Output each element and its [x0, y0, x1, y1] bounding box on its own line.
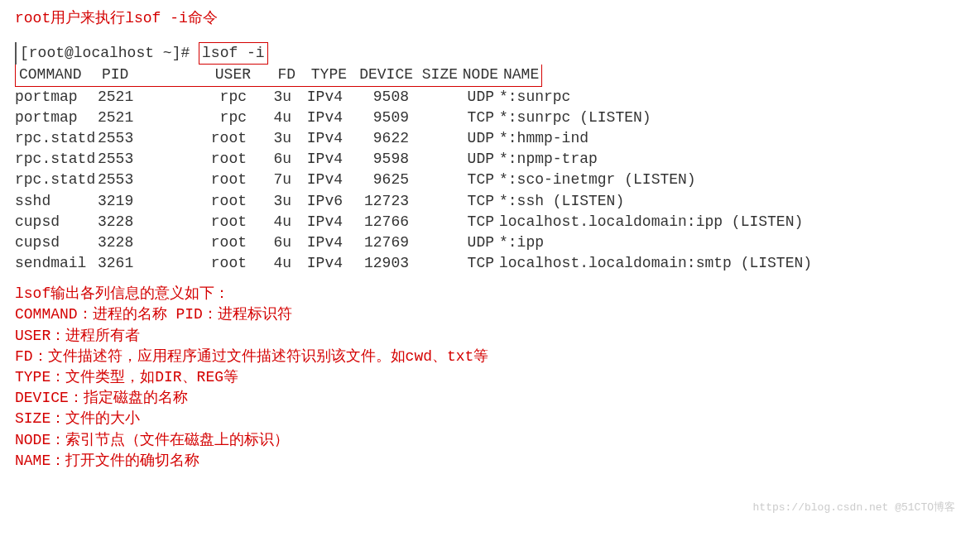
cell: 6u	[255, 232, 296, 253]
cell: localhost.localdomain:ipp (LISTEN)	[499, 212, 965, 232]
cell: 9625	[346, 170, 412, 190]
cell: IPv4	[296, 108, 346, 128]
lsof-header: COMMAND PID USER FD TYPE DEVICE SIZE NOD…	[15, 65, 965, 86]
cell: root	[143, 128, 255, 149]
cell	[412, 232, 454, 253]
cell: root	[143, 212, 255, 232]
explain-line: NAME：打开文件的确切名称	[15, 451, 965, 472]
explain-line: COMMAND：进程的名称 PID：进程标识符	[15, 304, 965, 325]
cell: UDP	[454, 128, 499, 149]
explain-line: lsof输出各列信息的意义如下：	[15, 284, 965, 304]
cell: 4u	[255, 253, 296, 274]
cell: 2521	[98, 87, 143, 108]
cell: 9509	[346, 108, 412, 128]
cell: 3261	[98, 253, 143, 274]
cell: IPv4	[296, 212, 346, 232]
cell: root	[143, 232, 255, 253]
cell: 3u	[255, 191, 296, 212]
col-name: NAME	[503, 65, 539, 85]
cell: 4u	[255, 108, 296, 128]
cell: root	[143, 170, 255, 190]
cell: cupsd	[15, 212, 98, 232]
explain-line: NODE：索引节点（文件在磁盘上的标识）	[15, 430, 965, 451]
cell: root	[143, 253, 255, 274]
table-row: sendmail3261root4uIPv412903TCPlocalhost.…	[15, 253, 965, 274]
table-row: cupsd3228root4uIPv412766TCPlocalhost.loc…	[15, 212, 965, 232]
cell: 3u	[255, 87, 296, 108]
table-row: rpc.statd2553root6uIPv49598UDP*:npmp-tra…	[15, 149, 965, 170]
cell: TCP	[454, 253, 499, 274]
cell: cupsd	[15, 232, 98, 253]
cell: IPv4	[296, 128, 346, 149]
cell: 2521	[98, 108, 143, 128]
explanation: lsof输出各列信息的意义如下： COMMAND：进程的名称 PID：进程标识符…	[15, 284, 965, 472]
cell	[412, 212, 454, 232]
col-device: DEVICE	[350, 65, 416, 85]
table-row: portmap2521rpc4uIPv49509TCP*:sunrpc (LIS…	[15, 108, 965, 128]
cell: 9508	[346, 87, 412, 108]
col-user: USER	[147, 65, 259, 85]
cell: 9598	[346, 149, 412, 170]
cell: *:sco-inetmgr (LISTEN)	[499, 170, 965, 190]
cell: IPv4	[296, 170, 346, 190]
cell: rpc	[143, 108, 255, 128]
cell: localhost.localdomain:smtp (LISTEN)	[499, 253, 965, 274]
cell: *:ssh (LISTEN)	[499, 191, 965, 212]
cell: 7u	[255, 170, 296, 190]
cell: IPv4	[296, 87, 346, 108]
cell: 2553	[98, 170, 143, 190]
cell: 12903	[346, 253, 412, 274]
cell: rpc.statd	[15, 170, 98, 190]
col-size: SIZE	[416, 65, 458, 85]
lsof-output: portmap2521rpc3uIPv49508UDP*:sunrpcportm…	[15, 87, 965, 275]
cell: 4u	[255, 212, 296, 232]
cell	[412, 87, 454, 108]
table-row: sshd3219root3uIPv612723TCP*:ssh (LISTEN)	[15, 191, 965, 212]
cell	[412, 170, 454, 190]
cell: *:sunrpc	[499, 87, 965, 108]
cell: *:sunrpc (LISTEN)	[499, 108, 965, 128]
cell: IPv6	[296, 191, 346, 212]
cell	[412, 108, 454, 128]
explain-line: SIZE：文件的大小	[15, 409, 965, 429]
cell: UDP	[454, 149, 499, 170]
cell: IPv4	[296, 149, 346, 170]
table-row: rpc.statd2553root7uIPv49625TCP*:sco-inet…	[15, 170, 965, 190]
table-row: rpc.statd2553root3uIPv49622UDP*:hmmp-ind	[15, 128, 965, 149]
cell: root	[143, 149, 255, 170]
cell: 2553	[98, 149, 143, 170]
col-type: TYPE	[300, 65, 350, 85]
cell: TCP	[454, 170, 499, 190]
cell: UDP	[454, 87, 499, 108]
explain-line: USER：进程所有者	[15, 326, 965, 347]
cell	[412, 128, 454, 149]
cell: 3u	[255, 128, 296, 149]
cell: 6u	[255, 149, 296, 170]
col-fd: FD	[259, 65, 300, 85]
cell: 12766	[346, 212, 412, 232]
cell: 2553	[98, 128, 143, 149]
cell: portmap	[15, 108, 98, 128]
explain-line: FD：文件描述符，应用程序通过文件描述符识别该文件。如cwd、txt等	[15, 347, 965, 367]
shell-prompt: [root@localhost ~]#	[20, 45, 190, 61]
cell: TCP	[454, 108, 499, 128]
explain-line: DEVICE：指定磁盘的名称	[15, 388, 965, 409]
cell: TCP	[454, 191, 499, 212]
cell	[412, 191, 454, 212]
cell: 12769	[346, 232, 412, 253]
explain-line: TYPE：文件类型，如DIR、REG等	[15, 367, 965, 388]
cell: 3228	[98, 212, 143, 232]
table-row: portmap2521rpc3uIPv49508UDP*:sunrpc	[15, 87, 965, 108]
cell: *:hmmp-ind	[499, 128, 965, 149]
cell: rpc.statd	[15, 149, 98, 170]
col-node: NODE	[458, 65, 503, 85]
cell: 3228	[98, 232, 143, 253]
cell: *:ipp	[499, 232, 965, 253]
cell	[412, 149, 454, 170]
col-command: COMMAND	[19, 65, 102, 85]
cell: rpc.statd	[15, 128, 98, 149]
cell: *:npmp-trap	[499, 149, 965, 170]
cell: TCP	[454, 212, 499, 232]
shell-prompt-line: [root@localhost ~]# lsof -i	[15, 42, 965, 65]
table-row: cupsd3228root6uIPv412769UDP*:ipp	[15, 232, 965, 253]
